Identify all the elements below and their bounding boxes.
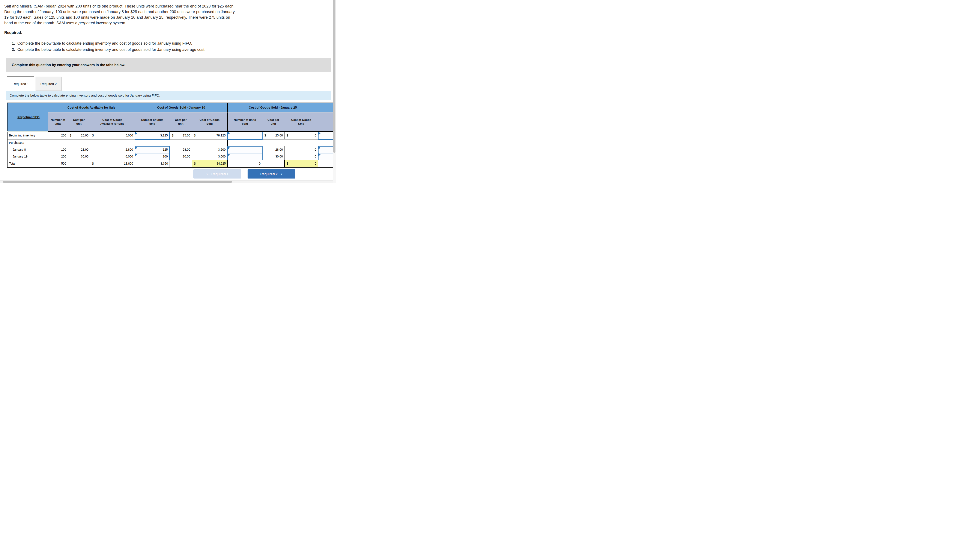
input-units-sold-jan10-beginning[interactable]: 3,125 bbox=[135, 131, 170, 139]
section-header-goods-available: Cost of Goods Available for Sale bbox=[48, 103, 135, 112]
cell-cost-per-unit: 28.00 bbox=[68, 146, 90, 153]
cell-total-units-sold-jan25: 0 bbox=[228, 160, 262, 167]
input-units-sold-jan25-jan8[interactable] bbox=[228, 146, 262, 153]
cell-total-units: 500 bbox=[48, 160, 68, 167]
problem-line: During the month of January, 100 units w… bbox=[4, 9, 235, 14]
cell-total-units-sold-jan10: 3,350 bbox=[135, 160, 170, 167]
cell-units: 100 bbox=[48, 146, 68, 153]
cell-cogs: 3,000 bbox=[192, 153, 228, 160]
cell-empty bbox=[262, 160, 285, 167]
cell-total-cogs-jan10-highlighted: $84,625 bbox=[192, 160, 228, 167]
cell-cogafs: 2,800 bbox=[90, 146, 135, 153]
input-units-sold-jan10-jan8[interactable]: 125 bbox=[135, 146, 170, 153]
col-header-cost-per-unit: Cost per unit bbox=[68, 112, 90, 131]
problem-line: hand at the end of the month. SAM uses a… bbox=[4, 20, 235, 26]
required-2-next-button[interactable]: Required 2 › bbox=[248, 169, 295, 179]
fifo-table-container: Perpetual FIFO Cost of Goods Available f… bbox=[7, 102, 332, 168]
tab-required-1[interactable]: Required 1 bbox=[7, 76, 34, 91]
gray-banner: Complete this question by entering your … bbox=[6, 58, 331, 72]
cell-cost-per-unit: 28.00 bbox=[170, 146, 192, 153]
row-label: Beginning inventory bbox=[7, 131, 48, 139]
cell-cost-per-unit: 30.00 bbox=[170, 153, 192, 160]
cell-cogafs: 6,000 bbox=[90, 153, 135, 160]
cell-cost-per-unit: $25.00 bbox=[170, 131, 192, 139]
input-ending-inventory-jan19-cut[interactable] bbox=[318, 153, 332, 160]
cell-empty bbox=[170, 160, 192, 167]
section-header-row: Perpetual FIFO Cost of Goods Available f… bbox=[7, 103, 332, 112]
cell-cogs: $0 bbox=[285, 131, 318, 139]
chevron-right-icon: › bbox=[281, 171, 283, 177]
cell-cogs: 0 bbox=[285, 146, 318, 153]
input-ending-inventory-jan8-cut[interactable] bbox=[318, 146, 332, 153]
row-label: Purchases: bbox=[7, 139, 48, 146]
cell-cost-per-unit: $25.00 bbox=[262, 131, 285, 139]
input-units-sold-jan25-jan19[interactable] bbox=[228, 153, 262, 160]
cell-cost-per-unit: $25.00 bbox=[68, 131, 90, 139]
row-label: January 19 bbox=[7, 153, 48, 160]
cell-empty bbox=[68, 160, 90, 167]
col-header-units-sold-jan25: Number of units sold bbox=[228, 112, 262, 131]
col-header-cogafs: Cost of Goods Available for Sale bbox=[90, 112, 135, 131]
perpetual-fifo-table: Perpetual FIFO Cost of Goods Available f… bbox=[7, 102, 332, 168]
row-label: Total bbox=[7, 160, 48, 167]
row-purchases: Purchases: bbox=[7, 139, 332, 146]
instruction-bar: Complete the below table to calculate en… bbox=[6, 91, 331, 100]
cell-cogs: 3,500 bbox=[192, 146, 228, 153]
cell-units: 200 bbox=[48, 131, 68, 139]
col-header-units-sold-jan10: Number of units sold bbox=[135, 112, 170, 131]
subheader-row: Number of units Cost per unit Cost of Go… bbox=[7, 112, 332, 131]
banner-text: Complete this question by entering your … bbox=[6, 63, 125, 67]
cell-cogs: $78,125 bbox=[192, 131, 228, 139]
input-ending-inventory-beginning-cut[interactable] bbox=[318, 131, 332, 139]
cell-cost-per-unit: 28.00 bbox=[262, 146, 285, 153]
cell-total-cogs-jan25-highlighted: $0 bbox=[285, 160, 318, 167]
cell-cost-per-unit: 30.00 bbox=[68, 153, 90, 160]
cell-empty bbox=[318, 139, 332, 146]
col-header-cost-per-unit-jan25: Cost per unit bbox=[262, 112, 285, 131]
cell-cogafs: $5,000 bbox=[90, 131, 135, 139]
section-header-cut bbox=[318, 103, 332, 112]
section-header-cogs-jan10: Cost of Goods Sold - January 10 bbox=[135, 103, 228, 112]
tab-required-2[interactable]: Required 2 bbox=[36, 77, 62, 91]
instruction-text: Complete the below table to calculate en… bbox=[6, 94, 160, 97]
cell-empty bbox=[135, 139, 228, 146]
col-header-cogs-jan10: Cost of Goods Sold bbox=[192, 112, 228, 131]
required-item-2: 2.Complete the below table to calculate … bbox=[12, 46, 205, 53]
corner-header: Perpetual FIFO bbox=[7, 103, 48, 131]
cell-cogs: 0 bbox=[285, 153, 318, 160]
input-units-sold-jan25-beginning[interactable] bbox=[228, 131, 262, 139]
row-total: Total 500 $13,800 3,350 $84,625 0 $0 bbox=[7, 160, 332, 167]
row-label: January 8 bbox=[7, 146, 48, 153]
col-header-number-of-units: Number of units bbox=[48, 112, 68, 131]
cell-empty bbox=[318, 160, 332, 167]
required-1-prev-button[interactable]: ‹ Required 1 bbox=[193, 169, 241, 179]
required-list: 1.Complete the below table to calculate … bbox=[12, 40, 205, 53]
page: Salt and Mineral (SAM) began 2024 with 2… bbox=[0, 0, 336, 183]
col-header-ending-inventory-cut: Num end bbox=[318, 112, 332, 131]
problem-line: Salt and Mineral (SAM) began 2024 with 2… bbox=[4, 3, 235, 9]
problem-statement: Salt and Mineral (SAM) began 2024 with 2… bbox=[4, 3, 235, 26]
required-heading: Required: bbox=[4, 30, 22, 35]
row-january-19: January 19 200 30.00 6,000 100 30.00 3,0… bbox=[7, 153, 332, 160]
col-header-cogs-jan25: Cost of Goods Sold bbox=[285, 112, 318, 131]
horizontal-scrollbar-thumb[interactable] bbox=[3, 181, 232, 183]
problem-line: 19 for $30 each. Sales of 125 units and … bbox=[4, 14, 235, 20]
row-january-8: January 8 100 28.00 2,800 125 28.00 3,50… bbox=[7, 146, 332, 153]
cell-units: 200 bbox=[48, 153, 68, 160]
col-header-cost-per-unit-jan10: Cost per unit bbox=[170, 112, 192, 131]
cell-empty bbox=[48, 139, 135, 146]
row-beginning-inventory: Beginning inventory 200 $25.00 $5,000 3,… bbox=[7, 131, 332, 139]
section-header-cogs-jan25: Cost of Goods Sold - January 25 bbox=[228, 103, 318, 112]
cell-empty bbox=[228, 139, 318, 146]
required-item-1: 1.Complete the below table to calculate … bbox=[12, 40, 205, 46]
cell-cost-per-unit: 30.00 bbox=[262, 153, 285, 160]
cell-total-cogafs: $13,800 bbox=[90, 160, 135, 167]
chevron-left-icon: ‹ bbox=[206, 171, 208, 177]
vertical-scrollbar-thumb[interactable] bbox=[333, 0, 336, 153]
input-units-sold-jan10-jan19[interactable]: 100 bbox=[135, 153, 170, 160]
